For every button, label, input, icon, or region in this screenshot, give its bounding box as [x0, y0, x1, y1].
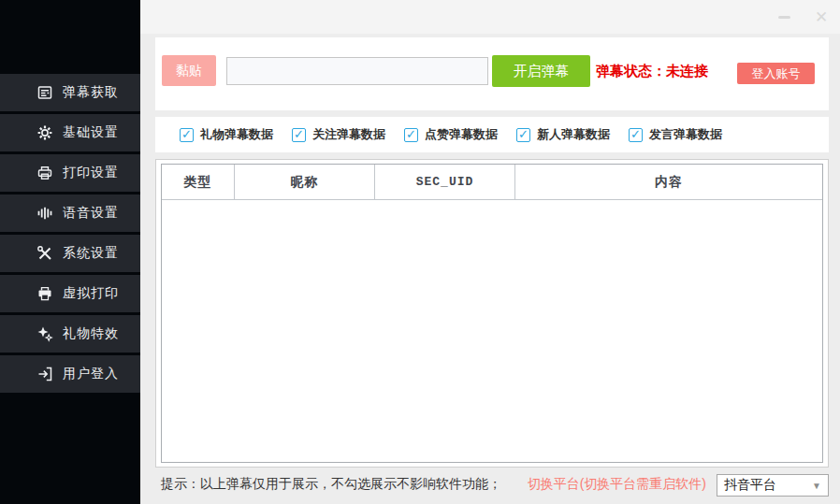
checkbox-checked-icon[interactable]: ✓: [516, 128, 530, 142]
filter-like-danmaku[interactable]: ✓ 点赞弹幕数据: [404, 126, 501, 143]
column-header-nickname: 昵称: [235, 165, 375, 199]
check-icon: ✓: [630, 128, 641, 140]
sidebar-item-label: 基础设置: [63, 124, 119, 141]
app-window: 弹幕获取 基础设置: [0, 0, 840, 504]
tools-icon: [36, 244, 54, 263]
printer-icon: [36, 164, 54, 182]
column-header-content: 内容: [515, 165, 822, 199]
minimize-button[interactable]: [773, 6, 795, 28]
checkbox-checked-icon[interactable]: ✓: [404, 128, 418, 142]
platform-dropdown-value: 抖音平台: [724, 477, 776, 494]
sidebar-item-user-login[interactable]: 用户登入: [0, 355, 140, 393]
sparkle-star-icon: [36, 324, 54, 343]
check-icon: ✓: [181, 128, 192, 140]
close-icon: ✕: [810, 6, 833, 28]
printer-filled-icon: [36, 284, 54, 303]
column-header-type: 类型: [162, 165, 235, 199]
danmaku-table: 类型 昵称 SEC_UID 内容: [161, 164, 823, 463]
window-controls: ✕: [773, 0, 833, 34]
sidebar-item-virtual-print[interactable]: 虚拟打印: [0, 275, 140, 312]
filter-label: 关注弹幕数据: [312, 126, 385, 143]
check-icon: ✓: [518, 128, 529, 140]
chevron-down-icon: ▼: [812, 481, 821, 491]
sidebar-item-label: 语音设置: [63, 205, 119, 222]
paste-button[interactable]: 黏贴: [162, 55, 216, 86]
table-header-row: 类型 昵称 SEC_UID 内容: [162, 165, 822, 200]
login-arrow-icon: [36, 365, 54, 383]
danmaku-list-icon: [36, 83, 54, 102]
sidebar-item-label: 虚拟打印: [63, 285, 119, 302]
platform-dropdown[interactable]: 抖音平台 ▼: [717, 474, 829, 497]
login-account-button[interactable]: 登入账号: [737, 63, 815, 84]
filter-label: 礼物弹幕数据: [200, 126, 273, 143]
danmaku-table-container: 类型 昵称 SEC_UID 内容: [155, 159, 829, 468]
sidebar-item-label: 系统设置: [63, 245, 119, 262]
room-url-input[interactable]: [226, 57, 488, 85]
danmaku-status: 弹幕状态：未连接: [596, 55, 708, 87]
voice-bars-icon: [36, 204, 54, 223]
filter-gift-danmaku[interactable]: ✓ 礼物弹幕数据: [180, 126, 277, 143]
sidebar-item-danmaku-fetch[interactable]: 弹幕获取: [0, 74, 140, 111]
column-header-secuid: SEC_UID: [375, 165, 515, 199]
close-button[interactable]: ✕: [810, 6, 833, 28]
minimize-icon: [778, 16, 790, 19]
sidebar-item-gift-effects[interactable]: 礼物特效: [0, 315, 140, 353]
sidebar: 弹幕获取 基础设置: [0, 0, 140, 504]
sidebar-item-label: 用户登入: [63, 366, 119, 382]
titlebar: ✕: [140, 0, 840, 34]
check-icon: ✓: [406, 128, 416, 140]
filter-panel: ✓ 礼物弹幕数据 ✓ 关注弹幕数据 ✓ 点赞弹幕数据 ✓ 新人弹幕数据 ✓ 发言…: [155, 117, 829, 152]
footer-tip: 提示：以上弹幕仅用于展示，不勾选展示不影响软件功能；: [161, 469, 501, 497]
start-danmaku-button[interactable]: 开启弹幕: [492, 55, 590, 87]
gear-icon: [36, 123, 54, 142]
filter-follow-danmaku[interactable]: ✓ 关注弹幕数据: [292, 126, 389, 143]
sidebar-menu: 弹幕获取 基础设置: [0, 74, 140, 396]
checkbox-checked-icon[interactable]: ✓: [292, 128, 306, 142]
status-label: 弹幕状态：: [596, 63, 666, 79]
sidebar-item-system-settings[interactable]: 系统设置: [0, 235, 140, 272]
filter-newuser-danmaku[interactable]: ✓ 新人弹幕数据: [516, 126, 614, 143]
sidebar-item-label: 打印设置: [63, 165, 119, 181]
sidebar-item-basic-settings[interactable]: 基础设置: [0, 114, 140, 151]
sidebar-item-print-settings[interactable]: 打印设置: [0, 154, 140, 192]
status-value: 未连接: [666, 63, 708, 79]
checkbox-checked-icon[interactable]: ✓: [180, 128, 194, 142]
connection-panel: 黏贴 开启弹幕 弹幕状态：未连接 登入账号: [155, 37, 829, 110]
filter-label: 新人弹幕数据: [537, 126, 610, 143]
filter-chat-danmaku[interactable]: ✓ 发言弹幕数据: [629, 126, 726, 143]
sidebar-item-label: 礼物特效: [63, 325, 119, 342]
check-icon: ✓: [294, 128, 304, 140]
sidebar-item-voice-settings[interactable]: 语音设置: [0, 194, 140, 232]
table-body[interactable]: [162, 201, 822, 462]
filter-label: 点赞弹幕数据: [425, 126, 498, 143]
sidebar-item-label: 弹幕获取: [63, 84, 119, 101]
checkbox-checked-icon[interactable]: ✓: [629, 128, 643, 142]
filter-label: 发言弹幕数据: [649, 126, 722, 143]
switch-platform-link[interactable]: 切换平台(切换平台需重启软件): [528, 469, 706, 497]
